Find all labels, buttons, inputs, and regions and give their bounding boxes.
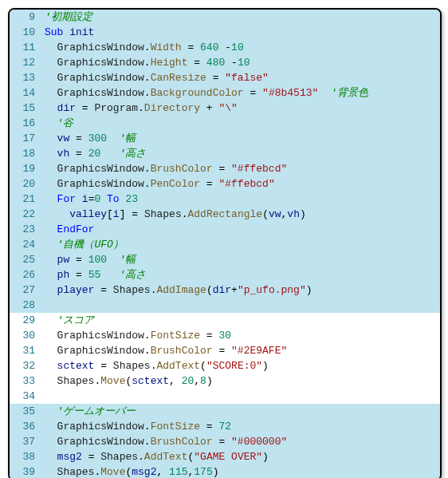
code-content[interactable]: GraphicsWindow.BrushColor = "#ffebcd": [41, 161, 440, 176]
code-content[interactable]: Sub init: [41, 25, 440, 40]
code-content[interactable]: For i=0 To 23: [41, 192, 440, 207]
line-number: 23: [10, 222, 41, 237]
code-line[interactable]: 24 '自機（UFO）: [10, 237, 440, 252]
line-number: 30: [10, 328, 41, 343]
code-content[interactable]: ph = 55 '高さ: [41, 267, 440, 282]
code-line[interactable]: 21 For i=0 To 23: [10, 192, 440, 207]
line-number: 36: [10, 419, 41, 434]
code-line[interactable]: 15 dir = Program.Directory + "\": [10, 101, 440, 116]
code-line[interactable]: 17 vw = 300 '幅: [10, 131, 440, 146]
code-line[interactable]: 26 ph = 55 '高さ: [10, 267, 440, 282]
code-content[interactable]: 'スコア: [41, 313, 440, 328]
code-line[interactable]: 37 GraphicsWindow.BrushColor = "#000000": [10, 434, 440, 449]
code-editor[interactable]: 9'初期設定10Sub init11 GraphicsWindow.Width …: [8, 8, 442, 478]
line-number: 17: [10, 131, 41, 146]
code-content[interactable]: GraphicsWindow.FontSize = 72: [41, 419, 440, 434]
line-number: 37: [10, 434, 41, 449]
code-line[interactable]: 33 Shapes.Move(sctext, 20,8): [10, 373, 440, 389]
code-content[interactable]: GraphicsWindow.BrushColor = "#000000": [41, 434, 440, 449]
code-content[interactable]: GraphicsWindow.Width = 640 -10: [41, 40, 440, 55]
code-content[interactable]: GraphicsWindow.FontSize = 30: [41, 328, 440, 343]
code-line[interactable]: 38 msg2 = Shapes.AddText("GAME OVER"): [10, 449, 440, 464]
code-content[interactable]: msg2 = Shapes.AddText("GAME OVER"): [41, 449, 440, 464]
code-content[interactable]: EndFor: [41, 222, 440, 237]
code-line[interactable]: 13 GraphicsWindow.CanResize = "false": [10, 70, 440, 85]
code-line[interactable]: 14 GraphicsWindow.BackgroundColor = "#8b…: [10, 85, 440, 101]
code-line[interactable]: 34: [10, 389, 440, 404]
code-content[interactable]: vh = 20 '高さ: [41, 146, 440, 161]
code-content[interactable]: GraphicsWindow.BackgroundColor = "#8b451…: [41, 85, 440, 101]
line-number: 33: [10, 373, 41, 389]
line-number: 35: [10, 404, 41, 419]
code-line[interactable]: 12 GraphicsWindow.Height = 480 -10: [10, 55, 440, 70]
line-number: 24: [10, 237, 41, 252]
line-number: 28: [10, 298, 41, 313]
line-number: 31: [10, 343, 41, 358]
code-content[interactable]: [41, 298, 440, 313]
code-content[interactable]: sctext = Shapes.AddText("SCORE:0"): [41, 358, 440, 373]
code-line[interactable]: 39 Shapes.Move(msg2, 115,175): [10, 464, 440, 478]
code-line[interactable]: 22 valley[i] = Shapes.AddRectangle(vw,vh…: [10, 207, 440, 222]
line-number: 15: [10, 101, 41, 116]
code-line[interactable]: 29 'スコア: [10, 313, 440, 328]
line-number: 16: [10, 116, 41, 131]
line-number: 22: [10, 207, 41, 222]
line-number: 12: [10, 55, 41, 70]
line-number: 21: [10, 192, 41, 207]
code-content[interactable]: 'ゲームオーバー: [41, 404, 440, 419]
code-line[interactable]: 19 GraphicsWindow.BrushColor = "#ffebcd": [10, 161, 440, 176]
line-number: 26: [10, 267, 41, 282]
code-content[interactable]: Shapes.Move(sctext, 20,8): [41, 373, 440, 389]
code-line[interactable]: 30 GraphicsWindow.FontSize = 30: [10, 328, 440, 343]
line-number: 32: [10, 358, 41, 373]
code-line[interactable]: 18 vh = 20 '高さ: [10, 146, 440, 161]
code-line[interactable]: 31 GraphicsWindow.BrushColor = "#2E9AFE": [10, 343, 440, 358]
line-number: 38: [10, 449, 41, 464]
code-line[interactable]: 25 pw = 100 '幅: [10, 252, 440, 267]
line-number: 10: [10, 25, 41, 40]
code-line[interactable]: 36 GraphicsWindow.FontSize = 72: [10, 419, 440, 434]
line-number: 29: [10, 313, 41, 328]
line-number: 19: [10, 161, 41, 176]
code-content[interactable]: GraphicsWindow.Height = 480 -10: [41, 55, 440, 70]
code-content[interactable]: '谷: [41, 116, 440, 131]
line-number: 13: [10, 70, 41, 85]
code-line[interactable]: 32 sctext = Shapes.AddText("SCORE:0"): [10, 358, 440, 373]
code-content[interactable]: GraphicsWindow.CanResize = "false": [41, 70, 440, 85]
code-content[interactable]: '自機（UFO）: [41, 237, 440, 252]
code-line[interactable]: 28: [10, 298, 440, 313]
code-line[interactable]: 20 GraphicsWindow.PenColor = "#ffebcd": [10, 176, 440, 192]
code-content[interactable]: player = Shapes.AddImage(dir+"p_ufo.png"…: [41, 282, 440, 298]
code-content[interactable]: Shapes.Move(msg2, 115,175): [41, 464, 440, 478]
line-number: 20: [10, 176, 41, 192]
line-number: 18: [10, 146, 41, 161]
code-content[interactable]: vw = 300 '幅: [41, 131, 440, 146]
line-number: 25: [10, 252, 41, 267]
code-line[interactable]: 27 player = Shapes.AddImage(dir+"p_ufo.p…: [10, 282, 440, 298]
code-line[interactable]: 10Sub init: [10, 25, 440, 40]
code-content[interactable]: dir = Program.Directory + "\": [41, 101, 440, 116]
code-content[interactable]: GraphicsWindow.PenColor = "#ffebcd": [41, 176, 440, 192]
line-number: 27: [10, 282, 41, 298]
code-line[interactable]: 11 GraphicsWindow.Width = 640 -10: [10, 40, 440, 55]
line-number: 11: [10, 40, 41, 55]
line-number: 9: [10, 10, 41, 25]
code-content[interactable]: GraphicsWindow.BrushColor = "#2E9AFE": [41, 343, 440, 358]
code-line[interactable]: 23 EndFor: [10, 222, 440, 237]
code-line[interactable]: 35 'ゲームオーバー: [10, 404, 440, 419]
code-line[interactable]: 9'初期設定: [10, 10, 440, 25]
line-number: 39: [10, 464, 41, 478]
code-content[interactable]: '初期設定: [41, 10, 440, 25]
code-content[interactable]: valley[i] = Shapes.AddRectangle(vw,vh): [41, 207, 440, 222]
code-line[interactable]: 16 '谷: [10, 116, 440, 131]
code-content[interactable]: pw = 100 '幅: [41, 252, 440, 267]
code-content[interactable]: [41, 389, 440, 404]
line-number: 34: [10, 389, 41, 404]
line-number: 14: [10, 85, 41, 101]
